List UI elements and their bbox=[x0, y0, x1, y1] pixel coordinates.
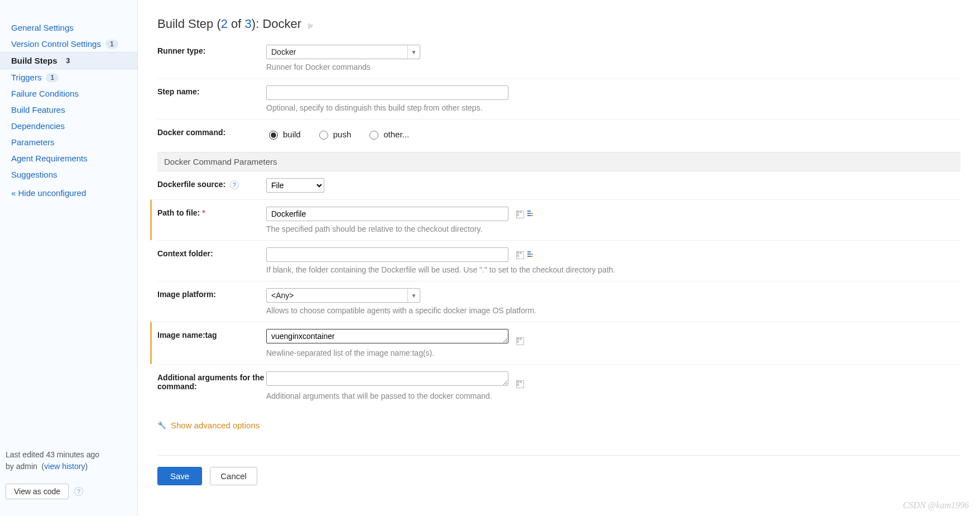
step-name-input[interactable] bbox=[266, 85, 508, 100]
row-image-platform: Image platform: <Any> ▼ Allows to choose… bbox=[157, 281, 960, 322]
tree-icon[interactable] bbox=[527, 251, 535, 259]
nav-label: General Settings bbox=[11, 23, 74, 32]
hint-context: If blank, the folder containing the Dock… bbox=[266, 265, 960, 274]
view-history-link[interactable]: view history bbox=[44, 462, 85, 471]
main-content: Build Step (2 of 3): Docker |▿ Runner ty… bbox=[138, 0, 980, 516]
context-folder-input[interactable] bbox=[266, 247, 508, 262]
nav-label: Parameters bbox=[11, 137, 55, 147]
row-image-name-tag: Image name:tag Newline-separated list of… bbox=[150, 322, 960, 364]
radio-other-input[interactable] bbox=[369, 131, 378, 140]
label-step-name: Step name: bbox=[157, 85, 266, 96]
chevron-down-icon: ▼ bbox=[407, 45, 420, 59]
nav-suggestions[interactable]: Suggestions bbox=[0, 166, 137, 183]
nav-triggers[interactable]: Triggers1 bbox=[0, 69, 137, 85]
hint-step-name: Optional, specify to distinguish this bu… bbox=[266, 103, 960, 112]
page-title: Build Step (2 of 3): Docker |▿ bbox=[157, 17, 960, 31]
path-to-file-input[interactable] bbox=[266, 207, 508, 221]
label-image-name-tag: Image name:tag bbox=[157, 329, 266, 340]
label-context-folder: Context folder: bbox=[157, 247, 266, 258]
nav-failure-conditions[interactable]: Failure Conditions bbox=[0, 85, 137, 102]
nav-version-control[interactable]: Version Control Settings1 bbox=[0, 36, 137, 52]
nav-label: Agent Requirements bbox=[11, 154, 88, 163]
row-additional-arguments: Additional arguments for the command: Ad… bbox=[157, 364, 960, 407]
hint-path: The specified path should be relative to… bbox=[266, 224, 960, 233]
grid-icon[interactable] bbox=[516, 380, 524, 388]
nav-label: Dependencies bbox=[11, 121, 65, 131]
runner-type-select[interactable]: Docker ▼ bbox=[266, 45, 420, 59]
section-docker-params: Docker Command Parameters bbox=[157, 152, 960, 171]
step-total: 3 bbox=[245, 17, 252, 31]
help-icon[interactable]: ? bbox=[74, 487, 83, 496]
help-icon[interactable]: ? bbox=[230, 180, 239, 189]
row-context-folder: Context folder: If blank, the folder con… bbox=[157, 240, 960, 281]
grid-icon[interactable] bbox=[516, 251, 524, 259]
view-as-code-row: View as code ? bbox=[0, 478, 137, 505]
radio-push-input[interactable] bbox=[319, 131, 328, 140]
wrench-icon: 🔧 bbox=[157, 421, 166, 429]
image-name-tag-input[interactable] bbox=[266, 329, 508, 343]
label-runner-type: Runner type: bbox=[157, 45, 266, 55]
nav-agent-requirements[interactable]: Agent Requirements bbox=[0, 150, 137, 166]
save-button[interactable]: Save bbox=[157, 467, 202, 485]
hint-runner-type: Runner for Docker commands bbox=[266, 63, 960, 71]
reorder-icon[interactable]: |▿ bbox=[308, 22, 313, 29]
nav-label: Failure Conditions bbox=[11, 89, 79, 98]
nav-build-features[interactable]: Build Features bbox=[0, 102, 137, 118]
nav-badge: 3 bbox=[62, 56, 75, 65]
label-path-to-file: Path to file: * bbox=[157, 207, 266, 217]
chevron-down-icon: ▼ bbox=[407, 289, 420, 302]
hint-args: Additional arguments that will be passed… bbox=[266, 391, 960, 400]
radio-push[interactable]: push bbox=[316, 129, 352, 140]
nav-label: Version Control Settings bbox=[11, 39, 101, 49]
nav-badge: 1 bbox=[46, 73, 59, 82]
cancel-button[interactable]: Cancel bbox=[210, 467, 257, 485]
step-title-name: Docker bbox=[262, 17, 301, 31]
step-current: 2 bbox=[221, 17, 228, 31]
show-advanced-options-link[interactable]: 🔧 Show advanced options bbox=[157, 421, 260, 430]
label-dockerfile-source: Dockerfile source: ? bbox=[157, 178, 266, 189]
dockerfile-source-select[interactable]: File bbox=[266, 178, 324, 193]
label-additional-arguments: Additional arguments for the command: bbox=[157, 371, 266, 391]
sidebar-nav: General Settings Version Control Setting… bbox=[0, 20, 137, 438]
row-path-to-file: Path to file: * The specified path shoul… bbox=[150, 199, 960, 240]
row-step-name: Step name: Optional, specify to distingu… bbox=[157, 78, 960, 119]
hint-image: Newline-separated list of the image name… bbox=[266, 348, 960, 357]
row-docker-command: Docker command: build push other... bbox=[157, 119, 960, 147]
nav-build-steps[interactable]: Build Steps3 bbox=[0, 52, 137, 69]
tree-icon[interactable] bbox=[527, 211, 535, 218]
image-platform-select[interactable]: <Any> ▼ bbox=[266, 288, 420, 303]
additional-arguments-input[interactable] bbox=[266, 371, 508, 386]
grid-icon[interactable] bbox=[516, 337, 524, 345]
grid-icon[interactable] bbox=[516, 211, 524, 218]
radio-build[interactable]: build bbox=[266, 129, 301, 140]
label-docker-command: Docker command: bbox=[157, 126, 266, 137]
nav-label: Build Steps bbox=[11, 56, 57, 65]
nav-label: Build Features bbox=[11, 105, 65, 114]
docker-command-radio-group: build push other... bbox=[266, 126, 960, 141]
label-image-platform: Image platform: bbox=[157, 288, 266, 299]
nav-parameters[interactable]: Parameters bbox=[0, 134, 137, 150]
nav-label: Triggers bbox=[11, 73, 41, 82]
last-edited-info: Last edited 43 minutes ago by admin (vie… bbox=[0, 438, 137, 478]
nav-label: Suggestions bbox=[11, 170, 57, 179]
hint-platform: Allows to choose compatible agents with … bbox=[266, 306, 960, 315]
actions-row: Save Cancel bbox=[157, 455, 960, 485]
radio-other[interactable]: other... bbox=[367, 129, 409, 140]
sidebar: General Settings Version Control Setting… bbox=[0, 0, 138, 516]
watermark: CSDN @kam1996 bbox=[903, 500, 969, 510]
row-runner-type: Runner type: Docker ▼ Runner for Docker … bbox=[157, 41, 960, 78]
nav-badge: 1 bbox=[105, 40, 118, 49]
nav-general-settings[interactable]: General Settings bbox=[0, 20, 137, 36]
view-as-code-button[interactable]: View as code bbox=[6, 484, 69, 499]
row-dockerfile-source: Dockerfile source: ? File bbox=[157, 171, 960, 199]
radio-build-input[interactable] bbox=[269, 131, 278, 140]
hide-unconfigured-link[interactable]: « Hide unconfigured bbox=[0, 183, 137, 209]
nav-dependencies[interactable]: Dependencies bbox=[0, 118, 137, 134]
